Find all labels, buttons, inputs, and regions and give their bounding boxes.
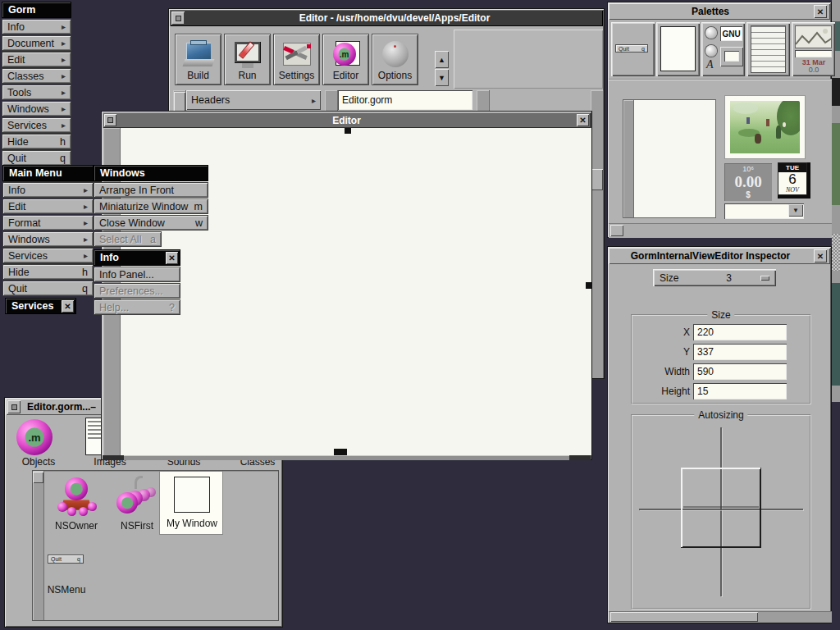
submenu-arrow-icon: ▸: [62, 88, 66, 97]
box-icon: [720, 47, 743, 66]
info-menu-title[interactable]: Info ✕: [94, 249, 180, 266]
resize-handle-top[interactable]: [345, 128, 351, 134]
menu-item-arrange-in-front[interactable]: Arrange In Front: [94, 182, 208, 198]
mini-combo-icon: [795, 50, 832, 57]
icon-part: 0.0: [809, 66, 819, 74]
build-button[interactable]: Build: [175, 34, 221, 85]
palette-menus-button[interactable]: Quit q: [611, 22, 655, 76]
object-my-window[interactable]: My Window: [159, 471, 223, 535]
menu-item-format[interactable]: Format▸: [2, 215, 94, 231]
close-icon[interactable]: ✕: [62, 300, 74, 313]
image-view[interactable]: [725, 96, 805, 158]
browser-cell-headers[interactable]: Headers ▸: [186, 90, 321, 110]
menu-item-miniaturize-window[interactable]: Miniaturize Windowm: [94, 199, 208, 214]
menu-item-quit[interactable]: Quitq: [2, 150, 71, 166]
window-vertical-scrollbar[interactable]: [591, 90, 604, 378]
icon-part: GNU: [722, 30, 740, 39]
scrollbar-knob[interactable]: [591, 169, 603, 190]
main-menu-title[interactable]: Main Menu: [2, 165, 94, 181]
windows-menu-title[interactable]: Windows: [94, 165, 208, 181]
object-nsmenu[interactable]: Quit q NSMenu: [38, 538, 95, 599]
submenu-arrow-icon: ▸: [84, 185, 88, 194]
menu-item-preferences[interactable]: Preferences...: [94, 283, 180, 299]
y-field[interactable]: 337: [693, 344, 787, 360]
close-icon[interactable]: ✕: [577, 114, 589, 126]
options-button[interactable]: Options: [372, 34, 418, 85]
footer-knob[interactable]: [610, 225, 623, 236]
icon-part: ✕: [579, 116, 586, 125]
menu-item-select-all[interactable]: Select Alla: [94, 231, 162, 247]
menu-item-edit[interactable]: Edit▸: [2, 52, 71, 67]
close-icon[interactable]: ✕: [166, 252, 178, 264]
objects-tab-icon[interactable]: .m: [16, 419, 52, 455]
menu-item-windows[interactable]: Windows▸: [2, 101, 71, 116]
miniaturize-icon[interactable]: [104, 114, 116, 126]
window-resize-bar[interactable]: [103, 455, 591, 460]
resize-bar-end[interactable]: [569, 455, 591, 460]
menu-item-quit[interactable]: Quitq: [2, 281, 94, 296]
gnu-button-icon: GNU: [720, 26, 742, 41]
palette-controls-button[interactable]: GNU A: [701, 22, 745, 76]
palettes-titlebar[interactable]: Palettes ✕: [609, 3, 830, 20]
menu-item-help[interactable]: Help...?: [94, 299, 180, 315]
miniaturize-icon[interactable]: [7, 400, 21, 413]
editor-app-titlebar[interactable]: Editor - /usr/home/dvu/devel/Apps/Editor: [170, 10, 603, 26]
palette-data-button[interactable]: [746, 22, 790, 76]
calendar-day: 6: [778, 171, 806, 188]
menu-item-edit[interactable]: Edit▸: [2, 199, 94, 214]
scrollbar-knob[interactable]: [610, 612, 758, 622]
width-field[interactable]: 590: [693, 363, 787, 380]
scroll-down-button[interactable]: ▼: [435, 69, 449, 86]
menu-item-services[interactable]: Services▸: [2, 117, 71, 133]
services-menu-title[interactable]: Services ✕: [5, 298, 76, 314]
calendar-card: TUE 6 NOV: [778, 162, 807, 195]
object-nsfirst[interactable]: NSFirst: [108, 476, 166, 535]
scroll-up-button[interactable]: ▲: [435, 51, 449, 68]
window-title: Editor.gorm...–: [27, 401, 96, 413]
sliver-scrollbar[interactable]: [832, 234, 840, 271]
combo-dropdown-button[interactable]: ▼: [788, 204, 803, 217]
menu-item-info[interactable]: Info▸: [2, 19, 71, 34]
close-icon[interactable]: ✕: [814, 5, 827, 18]
menu-item-tools[interactable]: Tools▸: [2, 84, 71, 100]
miniaturize-icon[interactable]: [171, 11, 185, 25]
empty-list-view[interactable]: [623, 99, 716, 218]
run-button[interactable]: Run: [224, 34, 271, 85]
menu-item-windows[interactable]: Windows▸: [2, 231, 94, 247]
editor-button[interactable]: .m Editor: [322, 34, 369, 85]
autosizing-control[interactable]: [632, 416, 810, 608]
gorm-menu-title[interactable]: Gorm: [2, 2, 71, 18]
object-nsowner[interactable]: NSOwner: [48, 476, 105, 535]
menu-item-hide[interactable]: Hideh: [2, 134, 71, 149]
x-field[interactable]: 220: [693, 324, 787, 340]
filename-text: Editor.gorm: [342, 94, 392, 106]
menu-item-close-window[interactable]: Close Windoww: [94, 215, 208, 231]
tab-objects[interactable]: Objects: [13, 456, 64, 468]
resize-handle-bottom[interactable]: [334, 449, 347, 455]
inspector-titlebar[interactable]: GormInternalViewEditor Inspector ✕: [609, 248, 830, 264]
filename-field[interactable]: Editor.gorm: [338, 90, 472, 110]
inspector-popup[interactable]: Size 3: [653, 269, 776, 286]
close-icon[interactable]: ✕: [814, 249, 827, 262]
scrollbar-knob[interactable]: [33, 472, 43, 483]
inspector-bottom-scrollbar[interactable]: [609, 611, 832, 623]
palette-misc-button[interactable]: 31 Mar 0.0: [792, 22, 835, 76]
mini-calendar-value: 0.0: [795, 66, 833, 74]
canvas-titlebar[interactable]: Editor ✕: [103, 112, 591, 128]
palette-windows-button[interactable]: [656, 22, 700, 76]
resize-bar-end[interactable]: [103, 455, 124, 460]
palettes-panel: Palettes ✕ Quit q GNU: [607, 2, 832, 238]
combo-box[interactable]: ▼: [724, 203, 804, 219]
menu-item-document[interactable]: Document▸: [2, 35, 71, 51]
menu-item-services[interactable]: Services▸: [2, 248, 94, 263]
settings-button[interactable]: Settings: [273, 34, 320, 85]
menu-item-info[interactable]: Info▸: [2, 182, 94, 198]
height-field[interactable]: 15: [693, 383, 787, 399]
menu-item-info-panel[interactable]: Info Panel...: [94, 267, 180, 282]
resize-handle-right[interactable]: [586, 282, 592, 289]
window-title: Editor - /usr/home/dvu/devel/Apps/Editor: [186, 12, 603, 24]
list-scrollbar[interactable]: [623, 100, 634, 217]
menu-item-hide[interactable]: Hideh: [2, 264, 94, 280]
menu-item-classes[interactable]: Classes▸: [2, 68, 71, 84]
submenu-arrow-icon: ▸: [62, 22, 66, 31]
